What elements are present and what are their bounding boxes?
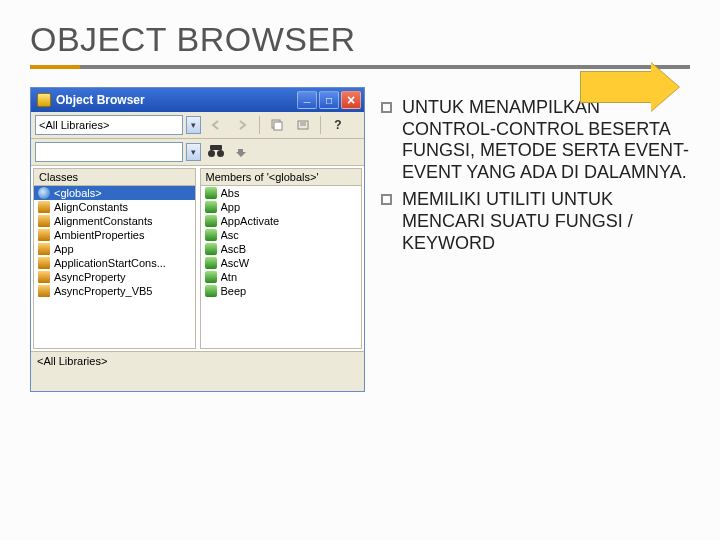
- member-icon: [205, 229, 217, 241]
- help-button[interactable]: ?: [327, 115, 349, 135]
- list-item-label: AsyncProperty_VB5: [54, 285, 152, 297]
- list-item[interactable]: Abs: [201, 186, 362, 200]
- class-icon: [38, 243, 50, 255]
- maximize-button[interactable]: [319, 91, 339, 109]
- list-item-label: App: [54, 243, 74, 255]
- list-item[interactable]: AlignmentConstants: [34, 214, 195, 228]
- details-text: <All Libraries>: [37, 355, 107, 367]
- list-item-label: Beep: [221, 285, 247, 297]
- list-item[interactable]: AlignConstants: [34, 200, 195, 214]
- toolbar-row2: ▾: [31, 139, 364, 166]
- list-item[interactable]: AsyncProperty_VB5: [34, 284, 195, 298]
- list-item[interactable]: Asc: [201, 228, 362, 242]
- search-input[interactable]: [35, 142, 183, 162]
- list-item[interactable]: AscW: [201, 256, 362, 270]
- app-icon: [37, 93, 51, 107]
- member-icon: [205, 285, 217, 297]
- library-select[interactable]: <All Libraries>: [35, 115, 183, 135]
- class-icon: [38, 257, 50, 269]
- view-definition-button[interactable]: [292, 115, 314, 135]
- titlebar[interactable]: Object Browser: [31, 88, 364, 112]
- class-icon: [38, 285, 50, 297]
- object-browser-window: Object Browser <All Libraries> ▾: [30, 87, 365, 392]
- library-selected: <All Libraries>: [39, 119, 109, 131]
- window-title: Object Browser: [56, 93, 145, 107]
- list-item[interactable]: App: [201, 200, 362, 214]
- list-item[interactable]: AscB: [201, 242, 362, 256]
- bullet-text: MEMILIKI UTILITI UNTUK MENCARI SUATU FUN…: [402, 189, 690, 254]
- class-icon: [38, 215, 50, 227]
- library-dropdown-button[interactable]: ▾: [186, 116, 201, 134]
- bullet-item: MEMILIKI UTILITI UNTUK MENCARI SUATU FUN…: [381, 189, 690, 254]
- search-dropdown-button[interactable]: ▾: [186, 143, 201, 161]
- list-item-label: App: [221, 201, 241, 213]
- list-item[interactable]: Atn: [201, 270, 362, 284]
- list-item-label: ApplicationStartCons...: [54, 257, 166, 269]
- list-item[interactable]: AppActivate: [201, 214, 362, 228]
- member-icon: [205, 257, 217, 269]
- member-icon: [205, 187, 217, 199]
- forward-button[interactable]: [231, 115, 253, 135]
- list-item-label: AlignmentConstants: [54, 215, 152, 227]
- members-header: Members of '<globals>': [201, 169, 362, 186]
- list-item-label: <globals>: [54, 187, 102, 199]
- bullet-marker: [381, 102, 392, 113]
- search-button[interactable]: [205, 142, 227, 162]
- list-item-label: AlignConstants: [54, 201, 128, 213]
- bullet-text: UNTUK MENAMPILKAN CONTROL-CONTROL BESERT…: [402, 97, 690, 183]
- bullet-marker: [381, 194, 392, 205]
- minimize-button[interactable]: [297, 91, 317, 109]
- arrow-graphic: [580, 65, 680, 109]
- global-icon: [38, 187, 50, 199]
- toolbar-row1: <All Libraries> ▾ ?: [31, 112, 364, 139]
- list-item-label: Atn: [221, 271, 238, 283]
- list-item[interactable]: <globals>: [34, 186, 195, 200]
- classes-header: Classes: [34, 169, 195, 186]
- member-icon: [205, 243, 217, 255]
- details-pane: <All Libraries>: [31, 351, 364, 391]
- list-item-label: AsyncProperty: [54, 271, 126, 283]
- binoculars-icon: [208, 145, 224, 159]
- list-item-label: Abs: [221, 187, 240, 199]
- list-item[interactable]: AsyncProperty: [34, 270, 195, 284]
- svg-rect-1: [274, 122, 282, 130]
- classes-list[interactable]: <globals>AlignConstantsAlignmentConstant…: [34, 186, 195, 298]
- list-item-label: AscW: [221, 257, 250, 269]
- list-item-label: AmbientProperties: [54, 229, 145, 241]
- list-item-label: Asc: [221, 229, 239, 241]
- member-icon: [205, 215, 217, 227]
- list-item-label: AscB: [221, 243, 247, 255]
- member-icon: [205, 271, 217, 283]
- list-item[interactable]: ApplicationStartCons...: [34, 256, 195, 270]
- list-item-label: AppActivate: [221, 215, 280, 227]
- panes: Classes <globals>AlignConstantsAlignment…: [31, 166, 364, 351]
- close-button[interactable]: [341, 91, 361, 109]
- member-icon: [205, 201, 217, 213]
- bullet-list: UNTUK MENAMPILKAN CONTROL-CONTROL BESERT…: [381, 87, 690, 392]
- separator: [320, 116, 321, 134]
- class-icon: [38, 229, 50, 241]
- show-search-results-button[interactable]: [231, 142, 253, 162]
- separator: [259, 116, 260, 134]
- list-item[interactable]: AmbientProperties: [34, 228, 195, 242]
- members-pane[interactable]: Members of '<globals>' AbsAppAppActivate…: [200, 168, 363, 349]
- bullet-item: UNTUK MENAMPILKAN CONTROL-CONTROL BESERT…: [381, 97, 690, 183]
- back-button[interactable]: [205, 115, 227, 135]
- class-icon: [38, 271, 50, 283]
- list-item[interactable]: App: [34, 242, 195, 256]
- members-list[interactable]: AbsAppAppActivateAscAscBAscWAtnBeep: [201, 186, 362, 298]
- list-item[interactable]: Beep: [201, 284, 362, 298]
- copy-button[interactable]: [266, 115, 288, 135]
- class-icon: [38, 201, 50, 213]
- page-title: OBJECT BROWSER: [30, 20, 690, 59]
- classes-pane[interactable]: Classes <globals>AlignConstantsAlignment…: [33, 168, 196, 349]
